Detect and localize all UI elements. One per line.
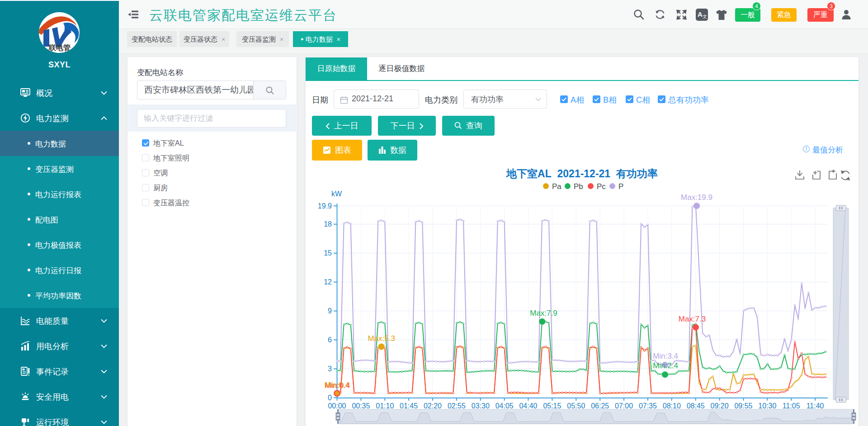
svg-text:02:20: 02:20	[424, 402, 442, 410]
svg-text:Max:7.9: Max:7.9	[530, 309, 557, 317]
svg-text:04:40: 04:40	[519, 402, 537, 410]
svg-text:08:10: 08:10	[663, 402, 681, 410]
svg-text:02:55: 02:55	[448, 402, 466, 410]
svg-text:18: 18	[324, 220, 332, 228]
svg-text:0: 0	[328, 394, 332, 402]
svg-text:05:50: 05:50	[567, 402, 585, 410]
svg-text:10:30: 10:30	[758, 402, 776, 410]
svg-text:3: 3	[328, 365, 332, 373]
svg-text:Max:7.3: Max:7.3	[679, 315, 706, 323]
svg-text:9: 9	[328, 307, 332, 315]
svg-text:04:05: 04:05	[495, 402, 514, 410]
svg-text:08:45: 08:45	[687, 402, 705, 410]
svg-text:联电管: 联电管	[48, 44, 71, 52]
svg-text:00:00: 00:00	[328, 402, 346, 410]
svg-text:Min:3.4: Min:3.4	[653, 352, 678, 360]
svg-text:11:40: 11:40	[807, 402, 824, 410]
svg-text:Min:2.4: Min:2.4	[653, 361, 678, 370]
svg-text:19.9: 19.9	[318, 202, 332, 210]
svg-text:Min:0.4: Min:0.4	[324, 381, 349, 389]
svg-text:05:15: 05:15	[543, 402, 561, 410]
svg-text:11:05: 11:05	[783, 402, 800, 410]
svg-text:06:25: 06:25	[591, 402, 609, 410]
svg-text:09:55: 09:55	[734, 402, 752, 410]
svg-text:07:00: 07:00	[615, 402, 633, 410]
svg-text:15: 15	[324, 249, 332, 257]
svg-text:09:20: 09:20	[711, 402, 729, 410]
svg-text:Max:5.3: Max:5.3	[368, 334, 395, 343]
svg-text:kW: kW	[331, 190, 342, 198]
svg-text:07:35: 07:35	[639, 402, 657, 410]
svg-text:01:45: 01:45	[400, 402, 418, 410]
svg-text:00:35: 00:35	[352, 402, 370, 410]
svg-text:Max:19.9: Max:19.9	[681, 193, 712, 202]
svg-text:6: 6	[328, 336, 332, 344]
svg-text:01:10: 01:10	[376, 402, 394, 410]
svg-text:12: 12	[324, 278, 332, 286]
svg-text:03:30: 03:30	[472, 402, 490, 410]
